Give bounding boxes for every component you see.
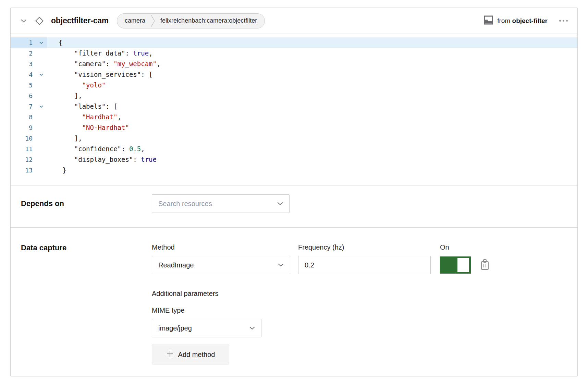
fold-spacer — [35, 112, 47, 122]
search-resources-input[interactable] — [158, 200, 277, 208]
code-text: "vision_services": [ — [47, 69, 577, 80]
code-line[interactable]: 13 } — [11, 165, 577, 176]
fold-chevron-icon[interactable] — [35, 69, 47, 80]
fold-spacer — [35, 133, 47, 144]
collapse-chevron-icon[interactable] — [21, 19, 27, 23]
code-line[interactable]: 3 "camera": "my_webcam", — [11, 59, 577, 69]
additional-parameters-label: Additional parameters — [152, 290, 577, 298]
on-label: On — [440, 243, 490, 251]
line-number: 7 — [11, 101, 35, 112]
plus-icon — [166, 350, 174, 359]
data-capture-body: Method ReadImage Frequency (hz) — [152, 228, 577, 376]
delete-method-trash-icon[interactable] — [480, 259, 490, 271]
mime-type-label: MIME type — [152, 307, 577, 314]
fold-spacer — [35, 48, 47, 59]
code-text: ], — [47, 91, 577, 101]
data-capture-section: Data capture Method ReadImage Frequency … — [11, 227, 577, 376]
add-method-button[interactable]: Add method — [152, 345, 229, 364]
line-number: 10 — [11, 133, 35, 144]
line-number: 4 — [11, 69, 35, 80]
code-editor[interactable]: 1{2 "filter_data": true,3 "camera": "my_… — [11, 34, 577, 185]
resource-name: objectfilter-cam — [51, 16, 109, 25]
depends-on-label-col: Depends on — [11, 185, 152, 227]
fold-spacer — [35, 91, 47, 101]
toggle-knob — [457, 258, 469, 272]
line-number: 3 — [11, 59, 35, 69]
fold-spacer — [35, 80, 47, 91]
code-text: "yolo" — [47, 80, 577, 91]
code-line[interactable]: 11 "confidence": 0.5, — [11, 144, 577, 154]
mime-type-value: image/jpeg — [158, 324, 249, 332]
fold-spacer — [35, 59, 47, 69]
frequency-input[interactable] — [305, 261, 424, 269]
method-select[interactable]: ReadImage — [152, 256, 290, 274]
module-name: object-filter — [512, 17, 548, 24]
code-text: "camera": "my_webcam", — [47, 59, 577, 69]
toggle-row — [440, 256, 490, 274]
line-number: 12 — [11, 154, 35, 165]
frequency-field[interactable] — [298, 256, 431, 274]
component-diamond-icon — [35, 16, 44, 26]
more-menu-icon[interactable] — [559, 20, 568, 22]
resource-type: camera — [125, 17, 145, 24]
code-text: ], — [47, 133, 577, 144]
add-method-label: Add method — [178, 351, 215, 359]
fold-chevron-icon[interactable] — [35, 37, 47, 48]
line-number: 6 — [11, 91, 35, 101]
code-line[interactable]: 1{ — [11, 37, 577, 48]
resource-header-right: from object-filter — [484, 15, 568, 26]
capture-method-row: Method ReadImage Frequency (hz) — [152, 243, 577, 274]
chevron-down-icon — [278, 262, 284, 268]
code-line[interactable]: 12 "display_boxes": true — [11, 154, 577, 165]
code-line[interactable]: 4 "vision_services": [ — [11, 69, 577, 80]
code-text: "display_boxes": true — [47, 154, 577, 165]
method-label: Method — [152, 243, 290, 251]
depends-on-heading: Depends on — [21, 199, 152, 208]
chevron-down-icon — [277, 201, 283, 207]
code-text: "filter_data": true, — [47, 48, 577, 59]
from-module-text: from object-filter — [497, 17, 548, 25]
code-line[interactable]: 8 "Hardhat", — [11, 112, 577, 122]
depends-search-select[interactable] — [152, 194, 290, 213]
resource-model: felixreichenbach:camera:objectfilter — [160, 17, 257, 24]
fold-spacer — [35, 144, 47, 154]
code-line[interactable]: 10 ], — [11, 133, 577, 144]
depends-on-section: Depends on — [11, 185, 577, 227]
line-number: 2 — [11, 48, 35, 59]
code-line[interactable]: 7 "labels": [ — [11, 101, 577, 112]
capture-toggle-group: On — [440, 243, 490, 274]
method-value: ReadImage — [158, 261, 278, 269]
resource-type-pill: camera felixreichenbach:camera:objectfil… — [117, 13, 265, 28]
frequency-group: Frequency (hz) — [298, 243, 431, 274]
fold-spacer — [35, 122, 47, 133]
code-text: } — [47, 165, 577, 176]
mime-type-select[interactable]: image/jpeg — [152, 319, 261, 337]
code-text: { — [47, 37, 577, 48]
line-number: 13 — [11, 165, 35, 176]
code-line[interactable]: 6 ], — [11, 91, 577, 101]
resource-header: objectfilter-cam camera felixreichenbach… — [11, 8, 577, 34]
code-line[interactable]: 9 "NO-Hardhat" — [11, 122, 577, 133]
code-text: "labels": [ — [47, 101, 577, 112]
data-capture-heading: Data capture — [21, 243, 152, 252]
resource-card: objectfilter-cam camera felixreichenbach… — [10, 8, 578, 376]
pill-divider-icon — [151, 14, 155, 28]
line-number: 1 — [11, 37, 35, 48]
code-line[interactable]: 5 "yolo" — [11, 80, 577, 91]
code-line[interactable]: 2 "filter_data": true, — [11, 48, 577, 59]
code-text: "Hardhat", — [47, 112, 577, 122]
code-text: "confidence": 0.5, — [47, 144, 577, 154]
fold-spacer — [35, 154, 47, 165]
line-number: 11 — [11, 144, 35, 154]
code-text: "NO-Hardhat" — [47, 122, 577, 133]
data-capture-label-col: Data capture — [11, 228, 152, 376]
chevron-down-icon — [249, 325, 255, 331]
fold-chevron-icon[interactable] — [35, 101, 47, 112]
module-icon — [484, 15, 493, 26]
line-number: 5 — [11, 80, 35, 91]
method-group: Method ReadImage — [152, 243, 290, 274]
capture-on-toggle[interactable] — [440, 256, 471, 274]
line-number: 8 — [11, 112, 35, 122]
frequency-label: Frequency (hz) — [298, 243, 431, 251]
line-number: 9 — [11, 122, 35, 133]
